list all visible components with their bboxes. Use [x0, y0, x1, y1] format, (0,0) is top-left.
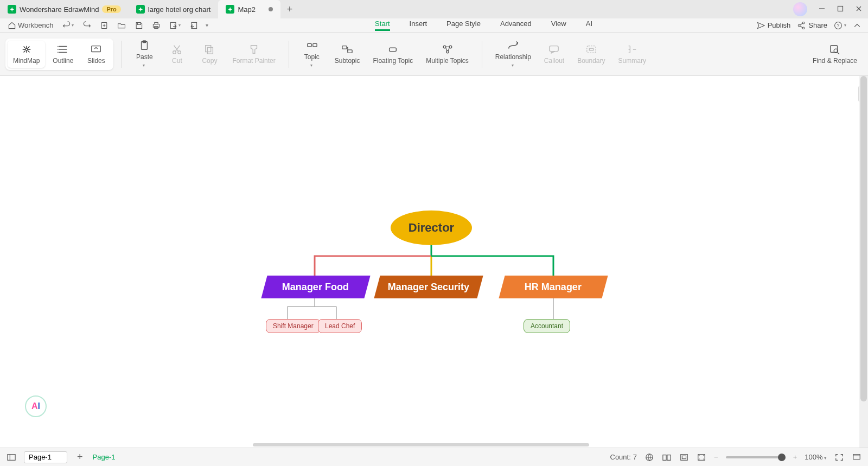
- add-page-button[interactable]: +: [75, 451, 85, 463]
- find-replace-button[interactable]: Find & Replace: [807, 41, 863, 68]
- separator: [289, 41, 289, 68]
- redo-icon: [82, 21, 91, 30]
- fullscreen-icon[interactable]: [834, 453, 844, 462]
- mode-label: Outline: [53, 57, 73, 65]
- maximize-button[interactable]: [831, 5, 850, 14]
- svg-rect-2: [153, 24, 159, 27]
- read-mode-icon[interactable]: [662, 453, 672, 462]
- save-button[interactable]: [131, 21, 146, 30]
- floating-topic-icon: [387, 44, 399, 55]
- menu-right: Publish Share ? ▾: [756, 21, 864, 30]
- mode-slides[interactable]: Slides: [81, 41, 111, 68]
- document-tab-active[interactable]: ✦ Map2: [218, 0, 280, 18]
- new-tab-button[interactable]: +: [280, 4, 299, 15]
- format-painter-button[interactable]: Format Painter: [227, 41, 280, 68]
- zoom-out-button[interactable]: −: [714, 453, 718, 461]
- new-file-button[interactable]: [97, 21, 112, 30]
- node-manager-security[interactable]: Manager Security: [374, 276, 483, 298]
- paste-button[interactable]: Paste ▾: [129, 37, 159, 71]
- save-icon: [135, 21, 143, 30]
- count-label: Count:: [610, 453, 631, 461]
- svg-rect-21: [206, 45, 211, 52]
- horizontal-scrollbar[interactable]: [0, 442, 859, 448]
- btn-label: Subtopic: [335, 57, 360, 65]
- menu-bar: Workbench ▾ ▾ ▾ Start Insert Page Style …: [0, 18, 868, 33]
- help-button[interactable]: ? ▾: [834, 21, 846, 30]
- open-file-button[interactable]: [114, 21, 129, 30]
- node-accountant[interactable]: Accountant: [524, 319, 570, 333]
- svg-point-12: [25, 48, 28, 50]
- slider-knob[interactable]: [778, 454, 786, 461]
- svg-point-15: [58, 52, 59, 53]
- ribbon: MindMap Outline Slides Paste ▾ Cut Copy …: [0, 33, 868, 76]
- redo-button[interactable]: [79, 21, 94, 30]
- copy-button[interactable]: Copy: [194, 41, 225, 68]
- menu-ai[interactable]: AI: [586, 20, 592, 31]
- page-selector[interactable]: Page-1: [24, 451, 67, 463]
- menu-start[interactable]: Start: [375, 20, 390, 31]
- menu-page-style[interactable]: Page Style: [446, 20, 481, 31]
- separator: [482, 41, 482, 68]
- menu-insert[interactable]: Insert: [410, 20, 427, 31]
- collapse-ribbon-button[interactable]: [853, 21, 861, 30]
- zoom-level[interactable]: 100%: [805, 453, 827, 461]
- print-icon: [152, 21, 161, 30]
- import-button[interactable]: [186, 21, 201, 30]
- btn-label: Floating Topic: [373, 57, 413, 65]
- canvas[interactable]: Director Manager Food Manager Security H…: [0, 76, 859, 448]
- mode-label: Slides: [87, 57, 105, 65]
- menu-view[interactable]: View: [551, 20, 566, 31]
- svg-rect-31: [550, 46, 558, 51]
- node-shift-manager[interactable]: Shift Manager: [266, 319, 321, 333]
- multiple-topics-button[interactable]: Multiple Topics: [420, 41, 474, 68]
- page-tab[interactable]: Page-1: [93, 453, 116, 461]
- print-button[interactable]: [149, 21, 164, 30]
- page-panel-icon[interactable]: [7, 453, 16, 462]
- publish-button[interactable]: Publish: [756, 21, 791, 30]
- share-button[interactable]: Share: [797, 21, 827, 30]
- separator: [121, 41, 122, 68]
- boundary-icon: [585, 44, 597, 55]
- vertical-scrollbar[interactable]: [859, 76, 868, 448]
- new-file-icon: [100, 21, 108, 30]
- mode-outline[interactable]: Outline: [47, 41, 79, 68]
- fit-page-icon[interactable]: [697, 453, 706, 462]
- node-director[interactable]: Director: [391, 210, 472, 245]
- subtopic-button[interactable]: Subtopic: [329, 41, 366, 68]
- callout-button[interactable]: Callout: [539, 41, 570, 68]
- ai-assistant-button[interactable]: AI: [25, 395, 47, 417]
- menu-advanced[interactable]: Advanced: [500, 20, 532, 31]
- svg-rect-38: [681, 454, 687, 460]
- undo-button[interactable]: ▾: [59, 21, 77, 30]
- language-icon[interactable]: [644, 453, 654, 462]
- present-icon[interactable]: [852, 453, 861, 462]
- svg-point-7: [799, 24, 801, 27]
- node-manager-food[interactable]: Manager Food: [261, 276, 370, 298]
- node-hr-manager[interactable]: HR Manager: [499, 276, 608, 298]
- chevron-down-icon: ▾: [143, 63, 145, 68]
- scrollbar-thumb[interactable]: [253, 443, 589, 446]
- qat-more-button[interactable]: ▾: [203, 22, 212, 28]
- floating-topic-button[interactable]: Floating Topic: [367, 41, 418, 68]
- page-mode-icon[interactable]: [679, 453, 689, 462]
- workbench-button[interactable]: Workbench: [4, 21, 57, 30]
- topic-button[interactable]: Topic ▾: [297, 37, 327, 71]
- scrollbar-thumb[interactable]: [860, 76, 867, 401]
- node-lead-chef[interactable]: Lead Chef: [318, 319, 362, 333]
- btn-label: Copy: [202, 57, 217, 65]
- minimize-button[interactable]: [813, 5, 831, 14]
- relationship-button[interactable]: Relationship ▾: [490, 37, 537, 71]
- mode-mindmap[interactable]: MindMap: [8, 41, 45, 68]
- zoom-in-button[interactable]: +: [793, 453, 797, 461]
- export-button[interactable]: ▾: [166, 21, 184, 30]
- document-tab[interactable]: ✦ large hotel org chart: [129, 0, 219, 18]
- user-avatar[interactable]: [793, 2, 807, 16]
- btn-label: Format Painter: [232, 57, 275, 65]
- summary-button[interactable]: Summary: [613, 41, 652, 68]
- svg-rect-24: [313, 43, 317, 46]
- zoom-slider[interactable]: [726, 456, 786, 458]
- boundary-button[interactable]: Boundary: [572, 41, 610, 68]
- cut-button[interactable]: Cut: [162, 41, 192, 68]
- btn-label: Summary: [618, 57, 646, 65]
- close-button[interactable]: [850, 5, 868, 14]
